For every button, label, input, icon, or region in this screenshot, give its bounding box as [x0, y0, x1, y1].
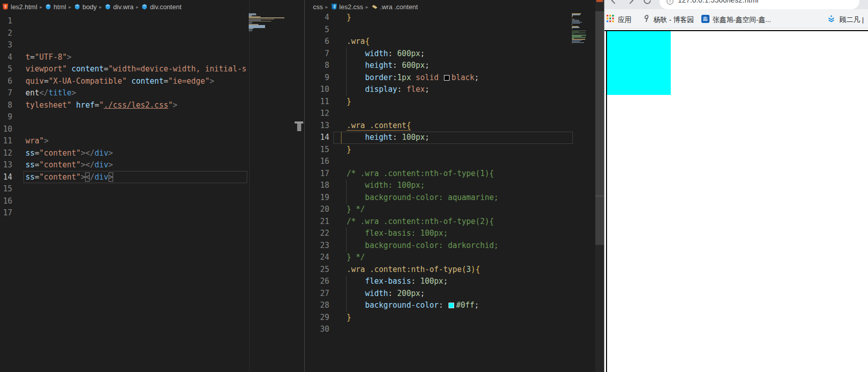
line-number[interactable]: 6 [305, 36, 329, 48]
line-number[interactable]: 8 [305, 60, 329, 72]
code-line[interactable]: height: 600px; [347, 60, 430, 72]
address-bar[interactable]: i 127.0.0.1:5500/les2.html [660, 0, 859, 9]
code-line[interactable]: viewport" content="width=device-width, i… [25, 63, 247, 76]
code-line[interactable]: } [347, 96, 351, 108]
url-text[interactable]: 127.0.0.1:5500/les2.html [678, 0, 758, 4]
scrollbar-thumb[interactable] [595, 11, 604, 245]
line-number[interactable]: 30 [305, 324, 329, 336]
line-number[interactable]: 3 [0, 39, 12, 52]
code-line[interactable]: ss="content"></div> [25, 147, 113, 160]
color-swatch[interactable] [449, 303, 454, 308]
line-number[interactable]: 25 [305, 264, 329, 276]
line-number[interactable]: 21 [305, 216, 329, 228]
code-line[interactable]: .wra .content:nth-of-type(3){ [347, 264, 480, 276]
line-number[interactable]: 12 [0, 147, 12, 160]
code-line[interactable]: wra"> [25, 135, 48, 147]
reload-button[interactable] [642, 0, 652, 6]
line-number[interactable]: 15 [0, 183, 12, 195]
code-line[interactable]: background-color: aquamarine; [347, 192, 498, 204]
editor-les2-html[interactable]: 5 les2.html ▸ html ▸ body ▸ div.wra ▸ di… [0, 0, 304, 372]
line-number[interactable]: 10 [0, 123, 12, 136]
bookmark-blog[interactable]: 杨耿 - 博客园 [653, 15, 694, 24]
apps-grid-icon[interactable] [607, 15, 614, 24]
code-line[interactable]: } [347, 312, 351, 324]
code-line[interactable]: display: flex; [347, 84, 430, 96]
line-number[interactable]: 26 [305, 276, 329, 288]
line-number[interactable]: 17 [305, 168, 329, 180]
line-number[interactable]: 24 [305, 252, 329, 264]
line-number[interactable]: 19 [305, 192, 329, 204]
bookmark-apps[interactable]: 应用 [618, 15, 632, 24]
color-swatch[interactable] [444, 75, 450, 81]
code-line[interactable]: border:1px solid black; [347, 72, 479, 84]
line-number[interactable]: 16 [305, 156, 329, 168]
code-line[interactable]: width: 100px; [347, 180, 425, 192]
line-number-gutter[interactable]: 4567891011121314151617181920212223242526… [305, 0, 329, 372]
editor-scrollbar[interactable] [294, 0, 304, 372]
back-button[interactable] [609, 0, 619, 6]
minimap[interactable] [249, 13, 294, 34]
line-number[interactable]: 7 [305, 48, 329, 60]
code-line[interactable]: width: 600px; [347, 48, 425, 60]
line-number[interactable]: 27 [305, 288, 329, 300]
line-number[interactable]: 9 [305, 72, 329, 84]
code-line[interactable]: } [347, 12, 351, 24]
bookmark-gu-erfan[interactable]: 顾二凡 | [839, 15, 864, 24]
line-number[interactable]: 12 [305, 108, 329, 120]
xin-badge-icon[interactable]: 鑫 [701, 15, 709, 23]
double-chevron-icon[interactable] [827, 15, 835, 25]
editor-scrollbar[interactable] [595, 0, 604, 372]
code-line[interactable]: } */ [347, 204, 365, 216]
line-number-gutter[interactable]: 1234567891011121314151617 [0, 0, 13, 372]
line-number[interactable]: 4 [0, 52, 12, 64]
line-number[interactable]: 14 [305, 132, 329, 144]
line-number[interactable]: 17 [0, 207, 12, 219]
pen-icon[interactable] [642, 14, 650, 25]
code-line[interactable]: background-color: #0ff; [347, 300, 479, 312]
code-line[interactable]: } [347, 144, 351, 156]
line-number[interactable]: 7 [0, 87, 12, 100]
code-line[interactable]: flex-basis: 100px; [347, 276, 448, 288]
line-number[interactable]: 11 [0, 135, 12, 147]
code-line[interactable]: flex-basis: 100px; [347, 228, 448, 240]
bookmark-zhangxinxu[interactable]: 张鑫旭-鑫空间-鑫... [713, 15, 771, 24]
line-number[interactable]: 22 [305, 228, 329, 240]
code-line[interactable]: ss="content"></div> [25, 159, 113, 171]
code-line[interactable]: /* .wra .content:nth-of-type(1){ [347, 168, 494, 180]
line-number[interactable]: 11 [305, 96, 329, 108]
code-line[interactable]: t="UTF-8"> [25, 52, 71, 64]
minimap[interactable] [572, 13, 590, 46]
line-number[interactable]: 20 [305, 204, 329, 216]
line-number[interactable]: 6 [0, 76, 12, 88]
line-number[interactable]: 8 [0, 100, 12, 112]
editor-les2-css[interactable]: css ▸ 3 les2.css ▸ .wra .content 4567891… [305, 0, 604, 372]
code-line[interactable]: .wra{ [347, 36, 370, 48]
code-line[interactable]: width: 200px; [347, 288, 425, 300]
code-line[interactable]: /* .wra .content:nth-of-type(2){ [347, 216, 494, 228]
code-line[interactable]: quiv="X-UA-Compatible" content="ie=edge"… [25, 76, 214, 88]
line-number[interactable]: 23 [305, 240, 329, 252]
line-number[interactable]: 5 [0, 63, 12, 76]
code-line[interactable]: ent</title> [25, 87, 76, 100]
line-number[interactable]: 2 [0, 28, 12, 40]
line-number[interactable]: 10 [305, 84, 329, 96]
code-line[interactable]: tylesheet" href="./css/les2.css"> [25, 100, 177, 112]
line-number[interactable]: 29 [305, 312, 329, 324]
line-number[interactable]: 9 [0, 111, 12, 123]
line-number[interactable]: 4 [305, 12, 329, 24]
line-number[interactable]: 13 [0, 159, 12, 171]
code-area[interactable]: t="UTF-8">viewport" content="width=devic… [25, 0, 247, 372]
line-number[interactable]: 15 [305, 144, 329, 156]
line-number[interactable]: 5 [305, 24, 329, 36]
site-info-icon[interactable]: i [667, 0, 673, 5]
line-number[interactable]: 13 [305, 120, 329, 132]
code-line[interactable]: .wra .content{ [347, 120, 411, 132]
line-number[interactable]: 18 [305, 180, 329, 192]
forward-button[interactable] [626, 0, 636, 6]
line-number[interactable]: 16 [0, 195, 12, 208]
line-number[interactable]: 14 [0, 171, 12, 184]
code-area[interactable]: }.wra{ width: 600px; height: 600px; bord… [347, 0, 570, 372]
scrollbar-handle-stem[interactable] [297, 123, 301, 131]
code-line[interactable]: background-color: darkorchid; [347, 240, 498, 252]
code-line[interactable]: } */ [347, 252, 365, 264]
